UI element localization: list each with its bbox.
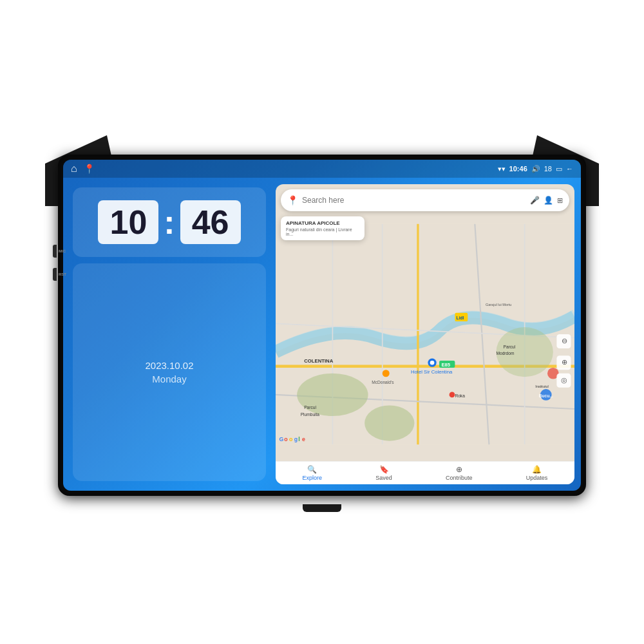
mic-label: MIC [59, 249, 66, 253]
volume-level: 18 [544, 165, 552, 173]
svg-text:l: l [298, 436, 299, 442]
svg-text:Hotel Sir Colentina: Hotel Sir Colentina [411, 369, 453, 375]
svg-text:Plumbuita: Plumbuita [301, 412, 320, 417]
wifi-icon: ▾▾ [498, 165, 506, 173]
svg-text:E85: E85 [441, 362, 450, 368]
overlay-desc: Faguri naturali din ceara | Livrare in..… [286, 227, 359, 236]
svg-text:Institutul: Institutul [535, 384, 549, 388]
svg-text:Bucu...: Bucu... [539, 393, 553, 398]
date-display: 2023.10.02 [145, 360, 193, 371]
svg-point-9 [297, 374, 368, 416]
layers-icon[interactable]: ⊞ [557, 196, 563, 205]
right-panel: COLENTINA Parcul Modrdom Parcul Plumbuit… [276, 178, 581, 491]
svg-text:G: G [279, 436, 284, 442]
mic-search-icon[interactable]: 🎤 [530, 196, 540, 205]
map-search-bar[interactable]: 📍 🎤 👤 ⊞ [281, 189, 569, 211]
svg-text:Parcul: Parcul [304, 405, 316, 410]
account-icon[interactable]: 👤 [544, 196, 553, 205]
map-bottom-nav: 🔍 Explore 🔖 Saved ⊕ Contribute [276, 461, 574, 484]
screen-bezel: ⌂ 📍 ▾▾ 10:46 🔊 18 ▭ ← [58, 155, 586, 496]
svg-text:Roka: Roka [455, 393, 465, 398]
clock-colon: : [164, 205, 175, 239]
rst-label: RST [59, 272, 66, 276]
google-maps-icon: 📍 [287, 195, 298, 205]
maps-pin-icon[interactable]: 📍 [84, 164, 95, 174]
map-nav-contribute[interactable]: ⊕ Contribute [446, 465, 473, 481]
svg-text:McDonald's: McDonald's [372, 380, 394, 384]
home-icon[interactable]: ⌂ [71, 163, 77, 175]
car-frame: MIC RST ⌂ 📍 ▾▾ 10:46 🔊 18 ▭ ← [45, 135, 599, 509]
status-bar-right: ▾▾ 10:46 🔊 18 ▭ ← [498, 165, 573, 173]
date-widget: 2023.10.02 Monday [73, 263, 266, 481]
map-container[interactable]: COLENTINA Parcul Modrdom Parcul Plumbuit… [276, 184, 574, 484]
svg-text:⊕: ⊕ [562, 359, 567, 366]
svg-text:e: e [302, 436, 305, 442]
left-panel: 10 : 46 2023.10.02 Monday [63, 178, 276, 491]
clock-minutes-box: 46 [180, 200, 241, 244]
battery-icon: ▭ [556, 165, 562, 173]
svg-text:g: g [294, 436, 298, 442]
svg-point-20 [383, 370, 390, 377]
svg-point-11 [365, 405, 414, 440]
clock-widget: 10 : 46 [73, 187, 266, 257]
map-nav-saved[interactable]: 🔖 Saved [375, 465, 392, 481]
map-search-input[interactable] [302, 196, 526, 205]
svg-text:Garajul lui Mortu: Garajul lui Mortu [486, 303, 511, 307]
svg-point-18 [430, 361, 435, 365]
main-content: 10 : 46 2023.10.02 Monday [63, 178, 581, 491]
map-overlay-card: APINATURA APICOLE Faguri naturali din ce… [281, 216, 365, 240]
bottom-tab [303, 504, 341, 512]
day-display: Monday [152, 374, 186, 384]
svg-text:Lidl: Lidl [457, 316, 464, 320]
svg-text:COLENTINA: COLENTINA [304, 358, 333, 364]
main-screen: ⌂ 📍 ▾▾ 10:46 🔊 18 ▭ ← [63, 160, 581, 491]
time-display: 10:46 [509, 165, 527, 173]
clock-hours-box: 10 [98, 200, 158, 244]
status-bar: ⌂ 📍 ▾▾ 10:46 🔊 18 ▭ ← [63, 160, 581, 178]
svg-text:o: o [289, 436, 293, 442]
overlay-title: APINATURA APICOLE [286, 220, 359, 226]
map-nav-updates[interactable]: 🔔 Updates [526, 465, 548, 481]
back-button[interactable]: ← [566, 165, 573, 173]
clock-hours: 10 [109, 204, 147, 241]
map-nav-explore[interactable]: 🔍 Explore [303, 465, 323, 481]
svg-text:o: o [284, 436, 288, 442]
svg-text:Parcul: Parcul [504, 345, 516, 349]
svg-text:Modrdom: Modrdom [496, 351, 514, 355]
clock-minutes: 46 [192, 204, 229, 241]
svg-text:⊖: ⊖ [562, 337, 567, 345]
volume-icon: 🔊 [531, 165, 540, 173]
svg-point-41 [450, 392, 455, 397]
status-bar-left: ⌂ 📍 [71, 163, 95, 175]
svg-text:◎: ◎ [561, 376, 567, 384]
